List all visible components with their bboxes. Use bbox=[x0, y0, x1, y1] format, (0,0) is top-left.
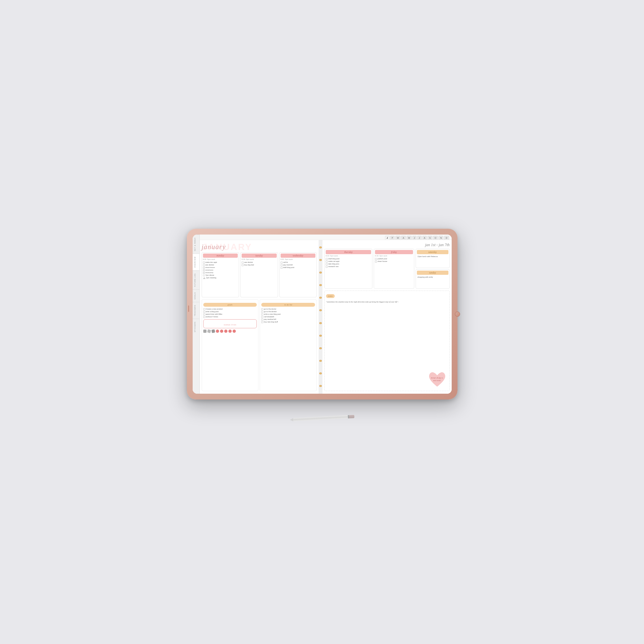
checkbox-call-liz[interactable] bbox=[281, 262, 283, 264]
checkbox-todo-2[interactable] bbox=[261, 311, 263, 313]
todo-5[interactable]: pay medical bill bbox=[261, 318, 315, 321]
todo-6[interactable]: buy new dog stuff bbox=[261, 321, 315, 323]
checkbox-research-seo[interactable] bbox=[326, 266, 328, 268]
goal-4[interactable]: workout 4 times bbox=[203, 316, 257, 318]
task-meal-prep: meal prep bbox=[206, 272, 213, 274]
sidebar-tab-overview[interactable]: OVERVIEW bbox=[193, 254, 199, 270]
fri-task-2[interactable]: clean house bbox=[375, 260, 413, 263]
goal-1[interactable]: Create a new product bbox=[203, 308, 257, 310]
sunday-note: shopping with emily bbox=[417, 275, 448, 279]
tab-april[interactable]: A bbox=[401, 236, 406, 240]
checkbox-pay-med-bill-wed[interactable] bbox=[281, 264, 283, 266]
fri-task-1[interactable]: publish post bbox=[375, 258, 413, 260]
monday-task-4[interactable]: email jess bbox=[203, 269, 238, 271]
thu-task-1[interactable]: draft blog post bbox=[326, 258, 371, 260]
wednesday-task-3[interactable]: draft blog post bbox=[281, 266, 316, 269]
wednesday-task-1[interactable]: call liz bbox=[281, 261, 316, 264]
ipad-screen: KEY & INDEX OVERVIEW FUTURE LOG GOALS TR… bbox=[193, 235, 452, 394]
monday-task-7[interactable]: 1pm meeting bbox=[203, 277, 238, 279]
task-vet-appt: make vet appt bbox=[328, 260, 340, 263]
tab-march[interactable]: M bbox=[395, 236, 400, 240]
home-button[interactable] bbox=[455, 312, 460, 317]
checkbox-todo-6[interactable] bbox=[261, 321, 263, 323]
thu-task-3[interactable]: take blog pics bbox=[326, 263, 371, 265]
checkbox-vet-appt[interactable] bbox=[326, 261, 328, 263]
checkbox-blog-pics[interactable] bbox=[326, 263, 328, 265]
monday-task-6[interactable]: 7pm dinner bbox=[203, 274, 238, 276]
checkbox-meal-prep[interactable] bbox=[203, 272, 205, 274]
task-buy-dog-bed: buy dog bed bbox=[244, 264, 254, 266]
weekend-section: saturday 12pm lunch with Rebecca sunday … bbox=[416, 249, 450, 289]
checkbox-see-dentist-tue[interactable] bbox=[242, 262, 244, 264]
monday-task-3[interactable]: clean house bbox=[203, 266, 238, 269]
tab-july[interactable]: J bbox=[417, 236, 422, 240]
month-tabs: J F M A M J J A S O N D bbox=[200, 235, 452, 240]
monday-task-2[interactable]: see dentist bbox=[203, 264, 238, 266]
tab-february[interactable]: F bbox=[390, 236, 395, 240]
checkbox-buy-dog-bed[interactable] bbox=[242, 264, 244, 266]
checkbox-draft-blog-thu[interactable] bbox=[326, 258, 328, 260]
monday-col: monday 8:30 -5pm work make doc appt see … bbox=[202, 252, 239, 297]
checkbox-email-jess[interactable] bbox=[203, 269, 205, 271]
task-draft-blog-thu: draft blog post bbox=[328, 258, 340, 260]
todo-2[interactable]: go to the dentist bbox=[261, 311, 315, 313]
checkbox-todo-3[interactable] bbox=[261, 313, 263, 315]
checkbox-goal-1[interactable] bbox=[203, 308, 205, 310]
checkbox-draft-blog-post-wed[interactable] bbox=[281, 267, 283, 269]
checkbox-make-doc-appt[interactable] bbox=[203, 262, 205, 264]
checkbox-goal-4[interactable] bbox=[203, 316, 205, 318]
checkbox-todo-4[interactable] bbox=[261, 316, 263, 318]
todo-4[interactable]: call elizabeth bbox=[261, 316, 315, 318]
sidebar-tab-future-log[interactable]: FUTURE LOG bbox=[193, 270, 199, 289]
wednesday-col: wednesday 8:30 -5pm work call liz pay me… bbox=[279, 252, 317, 297]
tab-may[interactable]: M bbox=[407, 236, 412, 240]
todo-3[interactable]: write a new blog post bbox=[261, 313, 315, 315]
saturday-note: 12pm lunch with Rebecca bbox=[417, 255, 448, 259]
checkbox-clean-house-fri[interactable] bbox=[375, 261, 377, 263]
right-days-grid: thursday 8:30 -5pm work draft blog post … bbox=[324, 249, 449, 289]
tab-june[interactable]: J bbox=[412, 236, 417, 240]
thursday-header: thursday bbox=[326, 250, 371, 254]
pencil-eraser bbox=[349, 415, 354, 418]
sidebar-tab-trackers[interactable]: TRACKERS bbox=[193, 302, 199, 319]
sidebar-tab-key-index[interactable]: KEY & INDEX bbox=[193, 235, 199, 254]
monday-task-5[interactable]: meal prep bbox=[203, 272, 238, 274]
sticker-3 bbox=[211, 329, 215, 333]
sticker-circle-1 bbox=[216, 330, 219, 333]
left-days-grid: monday 8:30 -5pm work make doc appt see … bbox=[202, 252, 317, 297]
monday-time: 8:30 -5pm work bbox=[203, 258, 238, 260]
january-bg-text: JANUARY bbox=[202, 242, 252, 252]
spiral-ring-8 bbox=[319, 335, 322, 337]
checkbox-todo-1[interactable] bbox=[261, 308, 263, 310]
tab-august[interactable]: A bbox=[422, 236, 427, 240]
tab-january[interactable]: J bbox=[385, 236, 389, 240]
tab-december[interactable]: D bbox=[444, 236, 449, 240]
task-blog-pics: take blog pics bbox=[328, 263, 339, 265]
wednesday-task-2[interactable]: pay med bill bbox=[281, 264, 316, 266]
checkbox-goal-2[interactable] bbox=[203, 311, 205, 313]
tuesday-task-2[interactable]: buy dog bed bbox=[242, 264, 277, 266]
thu-task-4[interactable]: research seo bbox=[326, 265, 371, 268]
todo-1[interactable]: go to the doctor bbox=[261, 308, 315, 310]
spiral-ring-12 bbox=[319, 385, 322, 387]
sticker-circle-3 bbox=[224, 330, 227, 333]
goal-3[interactable]: spend time with Mike bbox=[203, 313, 257, 315]
tuesday-task-1[interactable]: see dentist bbox=[242, 261, 277, 264]
spiral-ring-6 bbox=[319, 309, 322, 311]
goal-2[interactable]: write a blog post bbox=[203, 311, 257, 313]
thu-task-2[interactable]: make vet appt bbox=[326, 260, 371, 263]
tab-november[interactable]: N bbox=[438, 236, 443, 240]
checkbox-todo-5[interactable] bbox=[261, 319, 263, 321]
pencil-tip bbox=[290, 418, 293, 421]
bullet-7pm-dinner[interactable] bbox=[203, 274, 205, 276]
checkbox-publish-post[interactable] bbox=[375, 258, 377, 260]
tab-september[interactable]: S bbox=[428, 236, 432, 240]
checkbox-goal-3[interactable] bbox=[203, 313, 205, 315]
sidebar-tab-goals[interactable]: GOALS bbox=[193, 289, 199, 302]
sidebar-tab-stickers[interactable]: STICKERS bbox=[193, 319, 199, 335]
bullet-1pm-meeting[interactable] bbox=[203, 277, 206, 279]
checkbox-see-dentist-mon[interactable] bbox=[203, 264, 205, 266]
tab-october[interactable]: O bbox=[433, 236, 438, 240]
monday-task-1[interactable]: make doc appt bbox=[203, 261, 238, 264]
checkbox-clean-house-mon[interactable] bbox=[203, 267, 205, 269]
